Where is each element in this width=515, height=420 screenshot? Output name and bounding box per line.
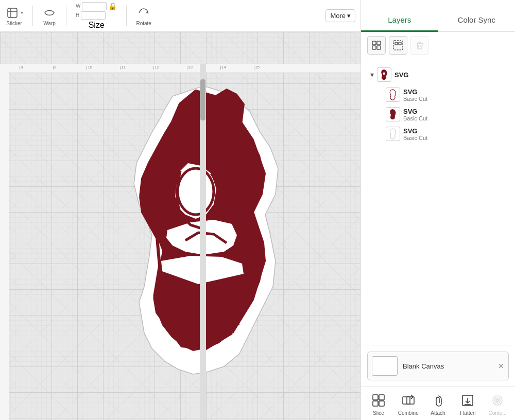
layer-expand-icon: ▾ — [370, 71, 374, 79]
layer-item-3-info: SVG Basic Cut — [403, 127, 427, 141]
svg-rect-12 — [379, 395, 384, 400]
layer-item-3[interactable]: SVG Basic Cut — [382, 124, 510, 144]
rotate-icon — [136, 6, 151, 20]
svg-rect-13 — [373, 401, 378, 406]
layer-parent-svg[interactable]: ▾ SVG — [366, 64, 510, 85]
contour-action[interactable]: Conto... — [485, 392, 510, 416]
combine-action[interactable]: Combine — [396, 392, 421, 416]
group-button[interactable] — [367, 36, 386, 55]
layer-item-2[interactable]: SVG Basic Cut — [382, 104, 510, 124]
layer-item-1[interactable]: SVG Basic Cut — [382, 85, 510, 104]
svg-rect-11 — [373, 395, 378, 400]
svg-rect-2 — [372, 41, 376, 45]
sticker-tool[interactable]: ▾ Sticker — [5, 6, 23, 26]
blank-canvas-label: Blank Canvas — [403, 362, 444, 370]
rotate-label: Rotate — [136, 21, 151, 26]
flatten-label: Flatten — [460, 410, 476, 416]
size-label: Size — [76, 21, 117, 30]
layer-group-svg: ▾ SVG — [361, 64, 515, 144]
canvas-image[interactable] — [100, 81, 296, 379]
slice-icon — [370, 392, 387, 409]
canvas-scrollbar[interactable] — [200, 64, 206, 420]
ruler-mark-9: 9 — [53, 64, 56, 69]
more-label: More — [330, 12, 346, 20]
svg-rect-4 — [372, 46, 376, 49]
more-button[interactable]: More ▾ — [325, 9, 355, 22]
svg-rect-3 — [377, 41, 381, 45]
sticker-label: Sticker — [6, 21, 22, 26]
bottom-bar: Slice Combine Attach — [361, 387, 515, 420]
svg-rect-16 — [407, 397, 414, 404]
lock-icon: 🔒 — [108, 2, 117, 10]
layer-item-2-thumb — [386, 107, 400, 121]
contour-label: Conto... — [489, 410, 507, 416]
ruler-left — [0, 64, 9, 420]
blank-canvas-close-icon[interactable]: ✕ — [498, 362, 504, 370]
layer-item-1-thumb — [386, 87, 400, 102]
canvas-area[interactable]: 8 9 10 11 12 13 14 15 — [0, 32, 360, 420]
ruler-mark-8: 8 — [20, 64, 23, 69]
layer-parent-info: SVG — [394, 71, 408, 79]
contour-icon — [489, 392, 506, 409]
divider-1 — [32, 6, 33, 26]
right-panel: Layers Color Sync — [360, 0, 515, 420]
panel-tabs: Layers Color Sync — [361, 0, 515, 32]
blank-canvas-item[interactable]: Blank Canvas ✕ — [367, 352, 509, 380]
svg-point-21 — [495, 398, 500, 403]
blank-canvas-thumb — [372, 356, 398, 376]
toolbar: ▾ Sticker Warp W 🔒 H Size — [0, 0, 360, 32]
attach-icon — [430, 392, 446, 409]
sticker-icon — [5, 6, 20, 20]
warp-icon — [42, 6, 57, 20]
height-input[interactable] — [81, 11, 106, 20]
svg-rect-7 — [395, 42, 398, 45]
svg-point-20 — [493, 396, 502, 405]
ruler-mark-11: 11 — [120, 64, 126, 69]
ruler-mark-12: 12 — [153, 64, 159, 69]
warp-label: Warp — [43, 21, 56, 26]
blank-canvas-section: Blank Canvas ✕ — [361, 345, 515, 387]
svg-rect-0 — [8, 8, 17, 18]
svg-rect-8 — [399, 42, 401, 45]
layers-list: ▾ SVG — [361, 59, 515, 345]
ungroup-button[interactable] — [389, 36, 407, 55]
layer-parent-thumb — [377, 67, 391, 82]
ruler-mark-14: 14 — [220, 64, 226, 69]
attach-action[interactable]: Attach — [425, 392, 451, 416]
panel-toolbar — [361, 32, 515, 59]
width-input[interactable] — [82, 2, 107, 10]
attach-label: Attach — [431, 410, 445, 416]
layer-children: SVG Basic Cut SVG Basic Cut — [382, 85, 510, 144]
svg-point-22 — [496, 399, 499, 401]
warp-tool[interactable]: Warp — [42, 6, 57, 26]
flatten-action[interactable]: Flatten — [455, 392, 480, 416]
ruler-mark-15: 15 — [254, 64, 260, 69]
ruler-mark-13: 13 — [187, 64, 193, 69]
svg-rect-5 — [377, 46, 381, 49]
layer-item-3-thumb — [386, 127, 400, 141]
layer-item-1-info: SVG Basic Cut — [403, 88, 427, 102]
tab-layers[interactable]: Layers — [361, 10, 438, 32]
delete-button[interactable] — [410, 36, 429, 55]
rotate-tool[interactable]: Rotate — [136, 6, 151, 26]
more-chevron-icon: ▾ — [347, 12, 351, 20]
slice-action[interactable]: Slice — [366, 392, 391, 416]
tab-color-sync[interactable]: Color Sync — [438, 10, 516, 32]
ruler-top: 8 9 10 11 12 13 14 15 — [9, 64, 360, 73]
flatten-icon — [459, 392, 476, 409]
canvas-scrollbar-thumb[interactable] — [200, 79, 205, 120]
divider-2 — [66, 6, 66, 26]
combine-icon — [400, 392, 417, 409]
svg-rect-14 — [379, 401, 384, 406]
ruler-mark-10: 10 — [87, 64, 92, 69]
svg-rect-15 — [403, 397, 410, 404]
divider-3 — [126, 6, 127, 26]
combine-label: Combine — [398, 410, 419, 416]
slice-label: Slice — [373, 410, 384, 416]
size-tool: W 🔒 H Size — [76, 2, 117, 30]
layer-item-2-info: SVG Basic Cut — [403, 108, 427, 121]
